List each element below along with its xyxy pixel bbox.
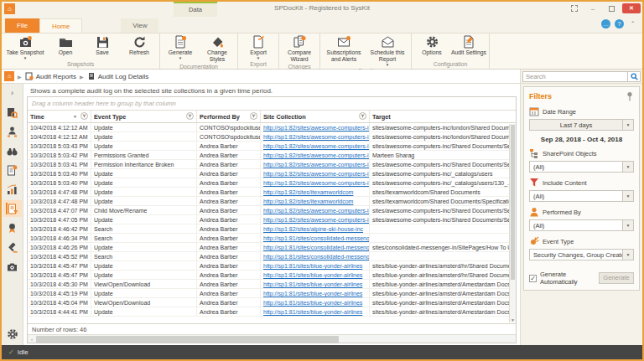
generate-button[interactable]: Generate [599,272,634,284]
schedule-this-report-button[interactable]: Schedule this Report ▼ [366,34,409,67]
table-row[interactable]: 10/3/2018 5:03:41 PMPermission Inheritan… [28,160,516,169]
sharepoint-objects-select[interactable]: (All) ▼ [529,161,634,173]
table-row[interactable]: 10/3/2018 4:47:48 PMUpdateAndrea Barberh… [28,188,516,197]
table-row[interactable]: 10/3/2018 4:47:07 PMChild Move/RenameAnd… [28,206,516,215]
gavel-icon[interactable] [6,241,19,253]
table-row[interactable]: 10/4/2018 4:12:12 AMUpdateCONTOSO\spdock… [28,123,516,132]
site-collection-link[interactable]: http://sp1:82/sites/awesome-computers-in… [263,162,370,168]
table-row[interactable]: 10/4/2018 4:12:12 AMUpdateCONTOSO\spdock… [28,132,516,142]
column-header-performed-by[interactable]: Performed By [197,111,261,122]
scroll-left-icon[interactable]: ‹ [28,337,36,342]
chat-bubble-icon[interactable]: … [601,19,610,28]
gear-icon[interactable] [6,328,19,340]
audit-settings-button[interactable]: Audit Settings [450,34,487,56]
vertical-scrollbar[interactable]: ▼ [509,124,516,322]
site-collection-link[interactable]: http://sp1:82/sites/awesome-computers-in… [263,143,370,149]
breadcrumb-audit-log-details[interactable]: Audit Log Details [87,72,148,80]
site-collection-link[interactable]: http://sp1:82/sites/itexamworldcom [263,189,353,195]
site-collection-link[interactable]: http://sp1:81/sites/blue-yonder-airlines [263,272,362,278]
filter-funnel-icon[interactable] [80,112,88,121]
site-collection-link[interactable]: http://sp1:82/sites/awesome-computers-in… [263,152,370,158]
site-collection-link[interactable]: http://sp1:81/sites/blue-yonder-airlines [263,300,362,306]
horizontal-scrollbar[interactable]: ‹ [28,334,516,343]
scrollbar-thumb[interactable] [511,125,515,280]
table-row[interactable]: 10/3/2018 4:46:34 PMSearchAndrea Barberh… [28,234,516,243]
change-styles-button[interactable]: Change Styles [199,34,236,63]
group-by-bar[interactable]: Drag a column header here to group by th… [28,97,516,111]
compare-wizard-button[interactable]: Compare Wizard [281,34,318,63]
filter-funnel-icon[interactable] [250,112,257,121]
table-row[interactable]: 10/3/2018 5:03:40 PMUpdateAndrea Barberh… [28,169,516,178]
table-row[interactable]: 10/3/2018 4:46:26 PMUpdateAndrea Barberh… [28,243,516,252]
table-row[interactable]: 10/3/2018 4:45:52 PMSearchAndrea Barberh… [28,252,516,261]
site-collection-link[interactable]: http://sp1:82/sites/awesome-computers-in… [263,208,370,214]
site-collection-link[interactable]: http://sp1:81/sites/blue-yonder-airlines [263,309,362,315]
column-header-target[interactable]: Target [370,111,516,122]
audit-reports-icon[interactable] [6,203,19,214]
take-snapshot-button[interactable]: Take Snapshot ▼ [3,34,47,60]
scroll-down-icon[interactable]: ▼ [510,317,516,322]
search-input[interactable] [522,71,628,82]
minimize-icon[interactable]: – [585,3,600,13]
site-collection-link[interactable]: http://sp1:81/sites/blue-yonder-airlines [263,281,362,287]
tab-view[interactable]: View [121,18,158,33]
open-button[interactable]: Open [47,34,84,56]
search-icon[interactable] [628,71,641,82]
export-button[interactable]: Export ▼ [240,34,277,60]
table-row[interactable]: 10/3/2018 4:45:04 PMView/Open/DownloadAn… [28,298,516,307]
site-collection-link[interactable]: http://sp1:82/sites/awesome-computers-in… [263,125,370,131]
generate-automatically-checkbox[interactable]: ✓ [529,275,537,282]
site-collection-link[interactable]: http://sp1:82/sites/alpine-ski-house-inc [263,226,363,232]
subscriptions-and-alerts-button[interactable]: Subscriptions and Alerts [322,34,366,63]
event-type-select[interactable]: Security Changes, Group Created, Gro... … [529,249,634,260]
site-collection-link[interactable]: http://sp1:81/sites/consolidated-messeng… [263,235,370,241]
chart-icon[interactable] [6,183,19,195]
maximize-icon[interactable] [604,3,619,13]
org-chart-icon[interactable] [6,126,19,137]
table-row[interactable]: 10/3/2018 4:44:41 PMUpdateAndrea Barberh… [28,307,516,317]
report-document-icon[interactable] [6,164,19,176]
site-collection-link[interactable]: http://sp1:81/sites/blue-yonder-airlines [263,291,362,297]
table-row[interactable]: 10/3/2018 4:46:42 PMSearchAndrea Barberh… [28,224,516,234]
site-collection-link[interactable]: http://sp1:82/sites/awesome-computers-in… [263,134,370,140]
include-content-select[interactable]: (All) ▼ [529,190,634,202]
table-row[interactable]: 10/3/2018 5:03:43 PMUpdateAndrea Barberh… [28,142,516,151]
fit-screen-icon[interactable] [567,3,582,13]
column-header-time[interactable]: Time ▼ [28,111,91,122]
table-row[interactable]: 10/3/2018 4:47:05 PMUpdateAndrea Barberh… [28,215,516,224]
close-icon[interactable]: ✕ [622,3,641,13]
site-collection-link[interactable]: http://sp1:82/sites/awesome-computers-in… [263,217,370,223]
column-header-site-collection[interactable]: Site Collection [261,111,370,122]
site-collection-link[interactable]: http://sp1:81/sites/consolidated-messeng… [263,245,370,250]
site-collection-link[interactable]: http://sp1:82/sites/awesome-computers-in… [263,180,370,186]
collapse-ribbon-icon[interactable]: ˆ [628,19,637,28]
site-collection-link[interactable]: http://sp1:81/sites/blue-yonder-airlines [263,263,362,269]
table-row[interactable]: 10/3/2018 4:45:19 PMUpdateAndrea Barberh… [28,289,516,298]
performed-by-select[interactable]: (All) ▼ [529,219,634,231]
save-button[interactable]: Save [84,34,121,56]
filter-funnel-icon[interactable] [359,112,366,121]
breadcrumb-audit-reports[interactable]: Audit Reports [25,72,76,80]
site-collection-link[interactable]: http://sp1:82/sites/awesome-computers-in… [263,171,370,177]
column-header-event-type[interactable]: Event Type [91,111,197,122]
generate-button[interactable]: Generate ▼ [162,34,199,60]
refresh-button[interactable]: Refresh [121,34,158,56]
date-range-select[interactable]: Last 7 days ▼ [529,119,634,131]
options-button[interactable]: Options [413,34,450,56]
site-collection-link[interactable]: http://sp1:81/sites/consolidated-messeng… [263,254,370,260]
table-row[interactable]: 10/3/2018 4:47:48 PMUpdateAndrea Barberh… [28,197,516,206]
table-row[interactable]: 10/3/2018 5:03:42 PMPermissions GrantedA… [28,151,516,160]
tab-file[interactable]: File [5,18,39,33]
camera-icon[interactable] [6,260,19,272]
table-row[interactable]: 10/3/2018 4:45:47 PMUpdateAndrea Barberh… [28,271,516,280]
filter-funnel-icon[interactable] [186,112,194,121]
tab-home[interactable]: Home [39,18,82,33]
pin-icon[interactable] [626,91,634,101]
home-logo-icon[interactable]: ⌂ [4,71,14,81]
table-row[interactable]: 10/3/2018 4:45:47 PMUpdateAndrea Barberh… [28,261,516,271]
expand-chevron-icon[interactable]: › [6,87,19,99]
help-icon[interactable]: ? [615,19,624,28]
binoculars-icon[interactable] [6,145,19,157]
scrollbar-thumb[interactable] [36,336,339,343]
site-collection-link[interactable]: http://sp1:82/sites/itexamworldcom [263,199,353,204]
